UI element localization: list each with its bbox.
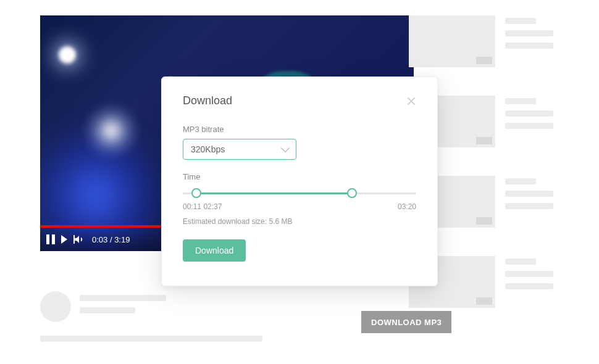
close-icon[interactable]: [406, 96, 416, 106]
estimated-size: Estimated download size: 5.6 MB: [183, 217, 416, 226]
spotlight: [59, 46, 76, 64]
thumbnail-placeholder: [409, 15, 495, 67]
time-range-slider[interactable]: [183, 188, 416, 199]
slider-fill: [194, 192, 351, 194]
skeleton-line: [80, 307, 135, 313]
skeleton-line: [80, 295, 166, 301]
avatar-placeholder: [40, 291, 71, 322]
time-range-values: 00:11 02:37: [183, 202, 222, 211]
chevron-down-icon: [281, 144, 290, 152]
time-label: Time: [183, 172, 416, 181]
slider-handle-start[interactable]: [191, 188, 201, 198]
spotlight: [77, 97, 145, 165]
skeleton-line: [40, 336, 262, 342]
list-item: [409, 15, 590, 67]
bitrate-label: MP3 bitrate: [183, 125, 416, 134]
total-duration: 03:20: [398, 202, 416, 211]
download-mp3-button[interactable]: DOWNLOAD MP3: [361, 311, 451, 333]
time-display: 0:03 / 3:19: [92, 235, 130, 244]
slider-handle-end[interactable]: [347, 188, 357, 198]
modal-title: Download: [183, 94, 232, 107]
download-modal: Download MP3 bitrate 320Kbps Time 00:11 …: [161, 77, 438, 286]
download-button[interactable]: Download: [183, 239, 246, 262]
pause-icon[interactable]: [46, 234, 55, 244]
next-icon[interactable]: [61, 235, 67, 244]
video-meta-skeleton: [40, 291, 395, 322]
volume-icon[interactable]: [73, 234, 85, 245]
bitrate-value: 320Kbps: [191, 144, 225, 154]
bitrate-select[interactable]: 320Kbps: [183, 139, 296, 160]
